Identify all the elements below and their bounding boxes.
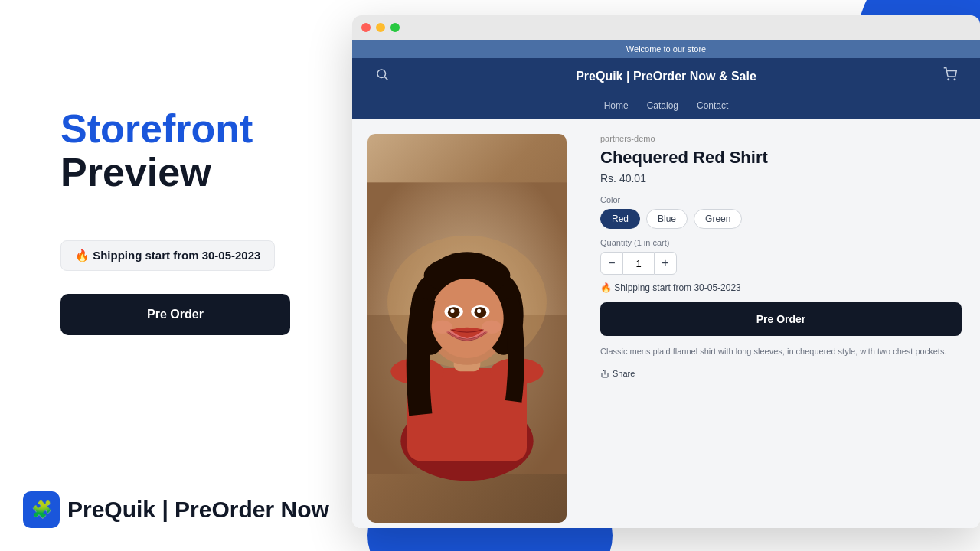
storefront-heading: Storefront Preview [60,107,291,240]
preview-title: Preview [60,151,291,194]
traffic-light-green[interactable] [390,23,400,32]
store-nav-links: Home Catalog Contact [352,94,980,119]
share-btn-label: Share [612,369,635,378]
nav-link-contact[interactable]: Contact [697,100,728,111]
svg-point-23 [477,309,481,313]
svg-point-24 [433,321,452,334]
brand-name-text: PreQuik | PreOrder Now [67,497,329,523]
browser-title-bar [352,15,980,40]
svg-point-2 [948,79,949,80]
store-nav-main: PreQuik | PreOrder Now & Sale [352,58,980,94]
shipping-notice-product: 🔥 Shipping start from 30-05-2023 [600,282,962,293]
color-btn-green[interactable]: Green [694,209,742,229]
traffic-light-red[interactable] [361,23,371,32]
nav-link-catalog[interactable]: Catalog [647,100,678,111]
cart-icon[interactable] [943,67,957,85]
pre-order-button-product[interactable]: Pre Order [600,302,962,336]
shipping-notice-text: 🔥 Shipping start from 30-05-2023 [600,282,741,293]
bottom-branding: 🧩 PreQuik | PreOrder Now [23,491,329,528]
color-options: Red Blue Green [600,209,962,229]
quantity-control: − 1 + [600,252,677,275]
product-image [368,134,567,523]
traffic-light-yellow[interactable] [376,23,385,32]
storefront-title: Storefront [60,107,291,151]
quantity-value: 1 [623,252,654,275]
store-nav-title: PreQuik | PreOrder Now & Sale [576,70,756,83]
product-details: partners-demo Chequered Red Shirt Rs. 40… [582,119,980,528]
svg-point-3 [954,79,956,80]
shipping-badge-text: 🔥 Shipping start from 30-05-2023 [75,249,260,262]
product-description: Classic mens plaid flannel shirt with lo… [600,345,962,358]
product-area: partners-demo Chequered Red Shirt Rs. 40… [352,119,980,528]
product-name: Chequered Red Shirt [600,148,962,168]
svg-line-1 [384,77,387,80]
store-banner: Welcome to our store [352,40,980,58]
brand-logo-icon: 🧩 [23,491,60,528]
quantity-decrease-btn[interactable]: − [600,252,623,275]
pre-order-button-left[interactable]: Pre Order [60,294,290,335]
nav-link-home[interactable]: Home [604,100,629,111]
store-header: Welcome to our store PreQuik | PreOrder … [352,40,980,119]
product-price: Rs. 40.01 [600,172,962,184]
svg-point-0 [377,70,386,78]
share-button[interactable]: Share [600,369,635,378]
shipping-badge: 🔥 Shipping start from 30-05-2023 [60,240,275,271]
svg-point-17 [430,279,503,358]
quantity-label: Quantity (1 in cart) [600,238,962,247]
quantity-increase-btn[interactable]: + [654,252,677,275]
svg-point-22 [450,309,454,313]
vendor-label: partners-demo [600,134,962,143]
browser-window: Welcome to our store PreQuik | PreOrder … [352,15,980,528]
color-btn-red[interactable]: Red [600,209,640,229]
product-image-area [352,119,582,528]
color-label: Color [600,195,962,204]
color-btn-blue[interactable]: Blue [646,209,688,229]
search-icon[interactable] [375,67,389,85]
svg-point-25 [482,321,501,334]
left-panel: Storefront Preview 🔥 Shipping start from… [0,0,337,551]
